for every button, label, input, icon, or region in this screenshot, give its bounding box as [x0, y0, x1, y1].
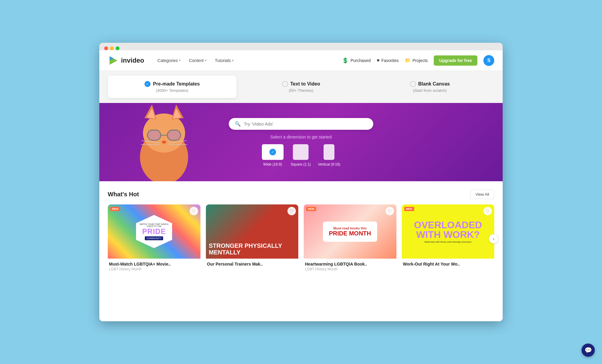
nav-links: Categories ▾ Content ▾ Tutorials ▾ — [154, 56, 342, 65]
dollar-circle-icon: 💲 — [342, 57, 349, 64]
wide-label: Wide (16:9) — [263, 162, 282, 166]
upgrade-button[interactable]: Upgrade for free — [434, 55, 477, 66]
card-thumb-work: OVERLOADED WITH WORK? Multi-task with th… — [402, 204, 495, 259]
card-title-work: Work-Out Right At Your Wo.. — [403, 262, 493, 266]
search-input[interactable] — [244, 121, 367, 126]
books-title-top: Must-read books this — [329, 226, 371, 230]
work-text-block: OVERLOADED WITH WORK? Multi-task with th… — [405, 220, 492, 243]
blank-title: Blank Canvas — [418, 81, 450, 87]
premade-title: Pre-made Templates — [153, 81, 200, 87]
view-all-button[interactable]: View All — [470, 190, 494, 199]
categories-label: Categories — [157, 58, 178, 63]
dimension-square[interactable]: Square (1:1) — [291, 144, 311, 166]
traffic-light-red[interactable] — [104, 46, 108, 50]
pride-text-big: PRIDE — [142, 227, 166, 236]
section-title: What's Hot — [108, 191, 139, 198]
card-title-pride: Must-Watch LGBTQIA+ Movie.. — [109, 262, 199, 266]
card-title-books: Heartwarming LGBTQIA Book.. — [305, 262, 395, 266]
projects-link[interactable]: 📁 Projects — [405, 58, 428, 63]
fitness-text: STRONGER PHYSICALLY MENTALLY — [209, 242, 296, 256]
projects-label: Projects — [413, 58, 428, 63]
next-arrow-button[interactable]: › — [489, 234, 498, 244]
traffic-light-green[interactable] — [116, 46, 119, 50]
chevron-down-icon: ▾ — [205, 59, 206, 62]
purchased-label: Purchased — [350, 58, 371, 63]
square-label: Square (1:1) — [291, 162, 311, 166]
card-info-fitness: Our Personal Trainers Mak.. — [206, 259, 299, 269]
search-bar[interactable]: 🔍 — [229, 118, 373, 130]
books-title-big: PRIDE MONTH — [329, 230, 371, 237]
favorites-link[interactable]: ♥ Favorites — [377, 58, 399, 63]
card-category-pride: LGBT History Month — [109, 267, 199, 271]
svg-point-11 — [162, 141, 166, 144]
nav-right: 💲 Purchased ♥ Favorites 📁 Projects Upgra… — [342, 55, 494, 66]
books-inner-card: Must-read books this PRIDE MONTH — [323, 222, 377, 242]
logo-icon — [108, 55, 119, 66]
card-pride[interactable]: WATCH: FILMS THAT GAVE A VOICE TO THE PR… — [108, 204, 200, 273]
dimension-prompt: Select a dimension to get started — [270, 135, 332, 139]
radio-text-video — [282, 81, 288, 87]
card-info-work: Work-Out Right At Your Wo.. — [402, 259, 495, 269]
template-option-premade[interactable]: ✓ Pre-made Templates (4000+ Templates) — [108, 76, 237, 98]
pride-hexagon: WATCH: FILMS THAT GAVE A VOICE TO THE PR… — [136, 215, 172, 248]
avatar[interactable]: S — [483, 55, 494, 66]
pride-community: COMMUNITY — [145, 236, 163, 240]
nav-item-tutorials[interactable]: Tutorials ▾ — [211, 56, 237, 65]
traffic-light-yellow[interactable] — [110, 46, 114, 50]
radio-premade: ✓ — [144, 81, 150, 87]
section-header: What's Hot View All — [108, 190, 494, 199]
card-fitness[interactable]: STRONGER PHYSICALLY MENTALLY ♡ Our Perso… — [206, 204, 299, 273]
nav-item-categories[interactable]: Categories ▾ — [154, 56, 184, 65]
premade-sub: (4000+ Templates) — [156, 88, 188, 93]
favorite-fitness-button[interactable]: ♡ — [287, 207, 296, 215]
card-work[interactable]: OVERLOADED WITH WORK? Multi-task with th… — [402, 204, 495, 273]
template-option-text-video[interactable]: Text to Video (50+ Themes) — [237, 76, 365, 98]
blank-header: Blank Canvas — [410, 81, 450, 87]
card-info-books: Heartwarming LGBTQIA Book.. LGBT History… — [304, 259, 396, 273]
browser-window: invideo Categories ▾ Content ▾ Tutorials… — [99, 43, 503, 321]
text-video-header: Text to Video — [282, 81, 320, 87]
card-books[interactable]: Must-read books this PRIDE MONTH NEW ♡ H… — [304, 204, 396, 273]
heart-icon: ♥ — [377, 58, 380, 63]
new-badge-books: NEW — [306, 207, 316, 211]
logo[interactable]: invideo — [108, 55, 144, 66]
card-title-fitness: Our Personal Trainers Mak.. — [207, 262, 297, 266]
search-icon: 🔍 — [235, 121, 241, 127]
vertical-label: Vertical (9:16) — [318, 162, 340, 166]
blank-sub: (Start from scratch) — [413, 88, 446, 93]
purchased-link[interactable]: 💲 Purchased — [342, 57, 371, 64]
text-video-title: Text to Video — [290, 81, 320, 87]
cat-svg — [135, 103, 193, 181]
work-background: OVERLOADED WITH WORK? Multi-task with th… — [402, 204, 495, 259]
dimension-buttons: ✓ Wide (16:9) Square (1:1) Vertical (9:1… — [262, 144, 340, 166]
text-video-sub: (50+ Themes) — [289, 88, 313, 93]
fitness-background: STRONGER PHYSICALLY MENTALLY — [206, 204, 299, 259]
nav-item-content[interactable]: Content ▾ — [185, 56, 210, 65]
cards-row: WATCH: FILMS THAT GAVE A VOICE TO THE PR… — [108, 204, 494, 273]
dimension-vertical[interactable]: Vertical (9:16) — [318, 144, 340, 166]
template-selector: ✓ Pre-made Templates (4000+ Templates) T… — [99, 71, 503, 103]
square-shape — [293, 144, 309, 160]
hero-banner: 🔍 Select a dimension to get started ✓ Wi… — [99, 103, 503, 181]
cat-illustration — [135, 103, 193, 181]
template-option-blank[interactable]: Blank Canvas (Start from scratch) — [365, 76, 494, 98]
card-thumb-books: Must-read books this PRIDE MONTH NEW ♡ — [304, 204, 396, 259]
tutorials-label: Tutorials — [215, 58, 231, 63]
wide-check: ✓ — [269, 149, 276, 155]
dimension-wide[interactable]: ✓ Wide (16:9) — [262, 144, 284, 166]
folder-icon: 📁 — [405, 58, 411, 63]
card-thumb-pride: WATCH: FILMS THAT GAVE A VOICE TO THE PR… — [108, 204, 200, 259]
vertical-shape — [324, 144, 334, 160]
favorite-pride-button[interactable]: ♡ — [190, 207, 198, 215]
favorites-label: Favorites — [381, 58, 399, 63]
favorite-work-button[interactable]: ♡ — [483, 207, 492, 215]
browser-content: invideo Categories ▾ Content ▾ Tutorials… — [99, 50, 503, 321]
hero-center: 🔍 Select a dimension to get started ✓ Wi… — [229, 118, 373, 166]
chevron-down-icon: ▾ — [232, 59, 234, 62]
browser-chrome — [99, 43, 503, 50]
card-info-pride: Must-Watch LGBTQIA+ Movie.. LGBT History… — [108, 259, 200, 273]
chevron-down-icon: ▾ — [179, 59, 181, 62]
favorite-books-button[interactable]: ♡ — [386, 207, 394, 215]
new-badge-pride: NEW — [110, 207, 120, 211]
traffic-lights — [104, 46, 119, 50]
